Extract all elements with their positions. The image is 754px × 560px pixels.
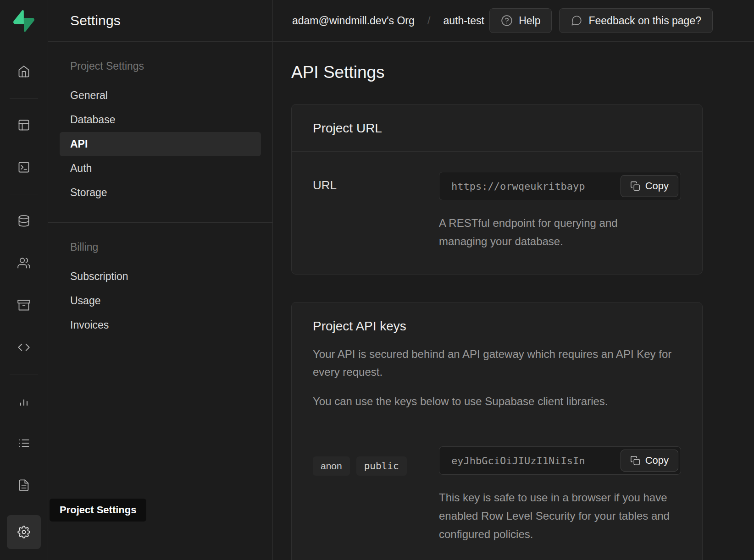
api-keys-description-2: You can use the keys below to use Supaba… (313, 393, 681, 410)
anon-key-row: anon public eyJhbGciOiJIUzI1NiIsIn (313, 446, 681, 543)
feedback-button-label: Feedback on this page? (588, 15, 701, 27)
api-keys-card: Project API keys Your API is secured beh… (291, 302, 703, 560)
anon-key-badges: anon public (313, 453, 439, 476)
sidebar-item-database[interactable]: Database (60, 108, 261, 132)
copy-icon (630, 181, 640, 191)
app-root: Project Settings Settings Project Settin… (0, 0, 754, 560)
speech-bubble-icon (571, 15, 582, 27)
breadcrumb-org[interactable]: adam@windmill.dev's Org (292, 15, 415, 27)
main-column: adam@windmill.dev's Org / auth-test Help… (273, 0, 754, 560)
sidebar-item-storage[interactable]: Storage (60, 181, 261, 205)
sidebar-item-general[interactable]: General (60, 83, 261, 108)
terminal-icon (17, 161, 30, 174)
feedback-button[interactable]: Feedback on this page? (559, 8, 713, 33)
anon-badge: anon (313, 456, 350, 476)
rail-divider (10, 374, 38, 374)
copy-url-button[interactable]: Copy (621, 175, 678, 197)
anon-key-label-col: anon public (313, 446, 439, 476)
topbar: adam@windmill.dev's Org / auth-test Help… (273, 0, 754, 42)
docs-button[interactable] (11, 472, 37, 499)
project-url-card-header: Project URL (292, 104, 702, 152)
api-keys-description-1: Your API is secured behind an API gatewa… (313, 346, 681, 381)
code-icon (17, 341, 30, 354)
logs-button[interactable] (11, 430, 37, 456)
sidebar-item-invoices[interactable]: Invoices (60, 313, 261, 337)
file-text-icon (17, 479, 30, 492)
url-field-control: https://orwqeukritbayp Copy A RESTful en… (439, 172, 681, 250)
sidebar-body: Project Settings General Database API Au… (48, 42, 272, 337)
project-settings-tooltip: Project Settings (50, 499, 146, 522)
breadcrumb-project[interactable]: auth-test (443, 15, 484, 27)
project-url-card-body: URL https://orwqeukritbayp Copy (292, 152, 702, 274)
nav-section-label: Project Settings (60, 60, 261, 72)
users-icon (17, 257, 30, 269)
nav-section-billing: Billing Subscription Usage Invoices (60, 241, 261, 337)
copy-anon-key-button[interactable]: Copy (621, 450, 678, 472)
sidebar-item-usage[interactable]: Usage (60, 289, 261, 313)
nav-section-project-settings: Project Settings General Database API Au… (60, 60, 261, 205)
table-icon (17, 119, 30, 132)
copy-url-label: Copy (645, 180, 669, 192)
table-editor-button[interactable] (11, 112, 37, 138)
supabase-logo-icon (13, 10, 34, 32)
api-settings-content: API Settings Project URL URL https://orw… (273, 42, 754, 560)
public-badge: public (356, 456, 407, 476)
list-icon (17, 437, 30, 450)
home-icon (17, 65, 30, 78)
sidebar-title: Settings (70, 13, 121, 28)
url-label-col: URL (313, 172, 439, 192)
bar-chart-icon (17, 395, 30, 407)
project-url-input[interactable]: https://orwqeukritbayp Copy (439, 172, 681, 200)
project-url-card-title: Project URL (313, 121, 681, 136)
breadcrumb: adam@windmill.dev's Org / auth-test (292, 14, 484, 27)
url-field-label: URL (313, 178, 439, 192)
help-button[interactable]: Help (489, 8, 552, 33)
storage-button[interactable] (11, 292, 37, 318)
sidebar-section-divider (48, 222, 272, 223)
database-button[interactable] (11, 208, 37, 234)
breadcrumb-separator: / (427, 14, 431, 27)
rail-divider (10, 194, 38, 194)
api-keys-card-body: anon public eyJhbGciOiJIUzI1NiIsIn (292, 426, 702, 560)
copy-icon (630, 456, 640, 466)
project-url-card: Project URL URL https://orwqeukritbayp (291, 104, 703, 275)
topbar-actions: Help Feedback on this page? (489, 8, 713, 33)
sql-editor-button[interactable] (11, 154, 37, 181)
url-field-row: URL https://orwqeukritbayp Copy (313, 172, 681, 250)
anon-key-description: This key is safe to use in a browser if … (439, 489, 673, 543)
anon-key-input[interactable]: eyJhbGciOiJIUzI1NiIsIn Copy (439, 446, 681, 475)
project-settings-button[interactable] (7, 515, 41, 549)
help-button-label: Help (519, 15, 540, 27)
auth-button[interactable] (11, 250, 37, 276)
project-url-value: https://orwqeukritbayp (451, 181, 585, 192)
icon-rail (0, 0, 48, 560)
supabase-logo[interactable] (13, 10, 34, 32)
rail-divider (10, 98, 38, 99)
nav-section-label: Billing (60, 241, 261, 253)
api-keys-card-header: Project API keys Your API is secured beh… (292, 302, 702, 426)
anon-key-value: eyJhbGciOiJIUzI1NiIsIn (451, 455, 585, 467)
database-icon (17, 214, 30, 227)
functions-button[interactable] (11, 334, 37, 361)
project-url-description: A RESTful endpoint for querying and mana… (439, 214, 659, 250)
sidebar-item-auth[interactable]: Auth (60, 156, 261, 181)
gear-icon (17, 526, 30, 538)
page-title: API Settings (291, 63, 703, 82)
sidebar-item-subscription[interactable]: Subscription (60, 264, 261, 289)
storage-icon (17, 299, 30, 312)
settings-sidebar: Settings Project Settings General Databa… (48, 0, 273, 560)
api-keys-card-title: Project API keys (313, 319, 681, 334)
reports-button[interactable] (11, 388, 37, 414)
anon-key-control: eyJhbGciOiJIUzI1NiIsIn Copy This key is … (439, 446, 681, 543)
sidebar-item-api[interactable]: API (60, 132, 261, 156)
help-circle-icon (501, 15, 513, 27)
copy-anon-key-label: Copy (645, 455, 669, 467)
sidebar-header: Settings (48, 0, 272, 42)
home-button[interactable] (11, 58, 37, 85)
